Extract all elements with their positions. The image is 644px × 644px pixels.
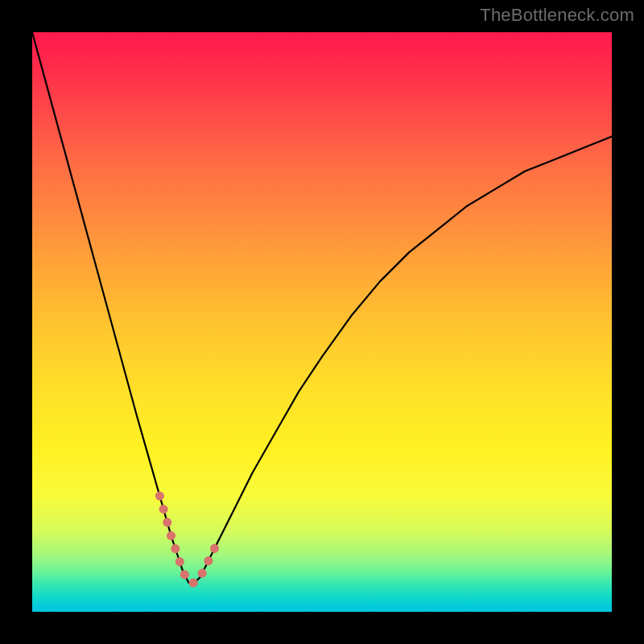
plot-area [32, 32, 612, 612]
watermark-text: TheBottleneck.com [480, 5, 634, 26]
optimal-zone-dots [159, 496, 217, 583]
bottleneck-curve [32, 32, 612, 583]
chart-frame: TheBottleneck.com [0, 0, 644, 644]
curve-svg [32, 32, 612, 612]
